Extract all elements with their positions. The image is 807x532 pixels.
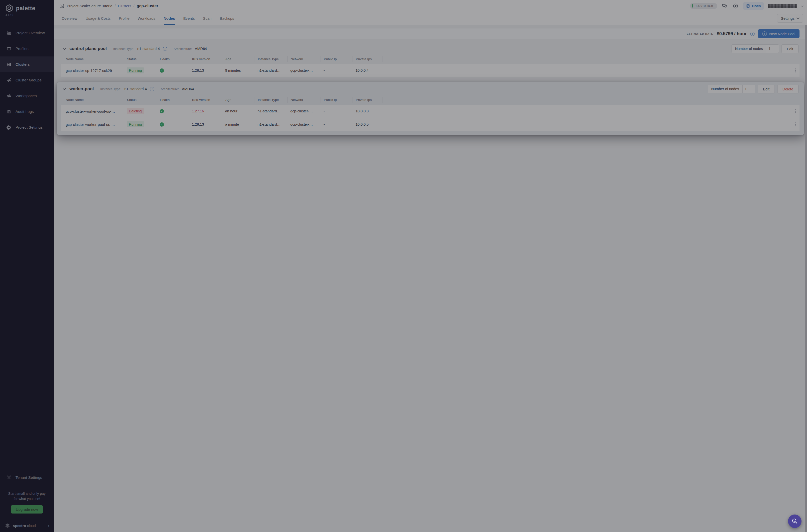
- status-badge: Running: [127, 121, 144, 127]
- table-row: gcp-cluster-worker-pool-us-… Running ✓ 1…: [61, 118, 404, 131]
- table-header-row: Node Name Status Health K8s Version Age …: [61, 95, 404, 104]
- node-network: gcp-cluster-…: [287, 122, 321, 126]
- table-row: gcp-cluster-worker-pool-us-… Deleting ✓ …: [61, 104, 404, 118]
- sidebar-item-project-settings[interactable]: Project Settings: [0, 119, 54, 135]
- instance-type-value: n1-standard-4: [125, 87, 147, 91]
- logo-wordmark: palette: [16, 5, 36, 12]
- k8s-version: 1.27.16: [189, 109, 222, 113]
- node-name: gcp-cluster-worker-pool-us-…: [61, 109, 124, 113]
- control-plane-nodes-table: Node Name Status Health K8s Version Age …: [61, 54, 404, 77]
- node-age: 9 minutes: [222, 69, 255, 72]
- layers-icon: [6, 46, 12, 51]
- sidebar-item-label: Workspaces: [16, 94, 37, 98]
- col-health: Health: [157, 97, 189, 103]
- node-instance-type: n1-standard…: [255, 122, 287, 126]
- sidebar-item-label: Audit Logs: [16, 109, 34, 114]
- col-network: Network: [287, 97, 321, 103]
- col-node-name: Node Name: [61, 97, 124, 103]
- node-age: an hour: [222, 109, 255, 113]
- top-header: Project-ScaleSecureTutoria / Clusters / …: [54, 0, 404, 12]
- palette-logo: palette: [0, 0, 54, 13]
- node-public-ip: -: [321, 69, 353, 72]
- instance-info-icon[interactable]: i: [163, 47, 167, 51]
- architecture-value: AMD64: [195, 47, 207, 51]
- tab-overview[interactable]: Overview: [62, 12, 77, 25]
- tab-workloads[interactable]: Workloads: [138, 12, 155, 25]
- rate-toolbar: ESTIMATED RATE $0.5799 / hour i + New No…: [54, 28, 404, 39]
- control-plane-pool-header: control-plane-pool Instance Type: n1-sta…: [61, 43, 404, 54]
- worker-pool-section: worker-pool Instance Type: n1-standard-4…: [57, 82, 404, 135]
- project-icon[interactable]: [59, 3, 64, 8]
- col-status: Status: [124, 97, 157, 103]
- node-private-ips: 10.0.0.4: [353, 69, 382, 72]
- node-graph-icon: [6, 78, 12, 83]
- instance-type-value: n1-standard-4: [137, 47, 160, 51]
- k8s-version: 1.28.13: [189, 69, 222, 72]
- pool-name: control-plane-pool: [70, 46, 107, 51]
- tab-usage-costs[interactable]: Usage & Costs: [86, 12, 111, 25]
- col-actions: [382, 56, 404, 62]
- pool-name: worker-pool: [70, 87, 94, 91]
- collapse-pool-chevron-icon[interactable]: [63, 47, 66, 50]
- col-network: Network: [287, 56, 321, 62]
- sidebar-item-label: Project Settings: [16, 125, 43, 130]
- architecture-value: AMD64: [182, 87, 194, 91]
- node-network: gcp-cluster-…: [287, 69, 321, 72]
- instance-info-icon[interactable]: i: [150, 87, 154, 91]
- gear-icon: [6, 125, 12, 130]
- audit-log-icon: [6, 109, 12, 114]
- node-name: gcp-cluster-cp-12717-cck29: [61, 69, 124, 73]
- col-health: Health: [157, 56, 189, 62]
- col-actions: [382, 97, 404, 103]
- col-k8s-version: K8s Version: [189, 56, 222, 62]
- node-instance-type: n1-standard…: [255, 69, 287, 72]
- sidebar-item-project-overview[interactable]: Project Overview: [0, 25, 54, 41]
- orbit-icon: [6, 93, 12, 98]
- col-private-ips: Private Ips: [353, 97, 382, 103]
- col-instance-type: Instance Type: [255, 97, 287, 103]
- breadcrumb-project[interactable]: Project-ScaleSecureTutoria: [67, 4, 112, 8]
- sidebar-item-label: Profiles: [16, 46, 29, 51]
- table-header-row: Node Name Status Health K8s Version Age …: [61, 54, 404, 64]
- breadcrumb: Project-ScaleSecureTutoria / Clusters / …: [59, 3, 158, 8]
- health-check-icon: ✓: [159, 69, 164, 73]
- col-age: Age: [222, 56, 255, 62]
- breadcrumb-separator: /: [115, 4, 116, 8]
- worker-nodes-table: Node Name Status Health K8s Version Age …: [61, 95, 404, 135]
- col-public-ip: Public Ip: [321, 97, 353, 103]
- node-private-ips: 10.0.0.3: [353, 109, 382, 113]
- bar-chart-icon: [6, 31, 12, 36]
- k8s-version: 1.28.13: [189, 122, 222, 126]
- health-check-icon: ✓: [159, 109, 164, 113]
- sidebar: palette 4.4.19 Project Overview Profiles…: [0, 0, 54, 266]
- architecture-label: Architecture:: [174, 47, 192, 51]
- palette-logo-icon: [5, 4, 14, 13]
- app-version: 4.4.19: [0, 14, 54, 17]
- instance-type-label: Instance Type:: [100, 87, 121, 91]
- tab-profile[interactable]: Profile: [119, 12, 130, 25]
- sidebar-item-workspaces[interactable]: Workspaces: [0, 88, 54, 104]
- tab-nodes[interactable]: Nodes: [164, 12, 175, 25]
- sidebar-item-clusters[interactable]: Clusters: [0, 56, 54, 72]
- table-row: gcp-cluster-cp-12717-cck29 Running ✓ 1.2…: [61, 64, 404, 77]
- sidebar-item-profiles[interactable]: Profiles: [0, 41, 54, 56]
- health-check-icon: ✓: [159, 122, 164, 127]
- col-node-name: Node Name: [61, 56, 124, 62]
- node-network: gcp-cluster-…: [287, 109, 321, 113]
- col-status: Status: [124, 56, 157, 62]
- sidebar-item-label: Clusters: [16, 62, 30, 67]
- control-plane-pool-section: control-plane-pool Instance Type: n1-sta…: [61, 43, 404, 77]
- sidebar-nav: Project Overview Profiles Clusters Clust…: [0, 25, 54, 135]
- sidebar-item-cluster-groups[interactable]: Cluster Groups: [0, 72, 54, 88]
- tab-backups[interactable]: Backups: [220, 12, 234, 25]
- collapse-pool-chevron-icon[interactable]: [63, 87, 66, 90]
- nodes-content: ESTIMATED RATE $0.5799 / hour i + New No…: [54, 25, 404, 266]
- node-instance-type: n1-standard…: [255, 109, 287, 113]
- breadcrumb-clusters-link[interactable]: Clusters: [118, 4, 131, 8]
- col-age: Age: [222, 97, 255, 103]
- tab-scan[interactable]: Scan: [203, 12, 211, 25]
- tab-events[interactable]: Events: [183, 12, 195, 25]
- col-k8s-version: K8s Version: [189, 97, 222, 103]
- sidebar-item-audit-logs[interactable]: Audit Logs: [0, 104, 54, 119]
- col-instance-type: Instance Type: [255, 56, 287, 62]
